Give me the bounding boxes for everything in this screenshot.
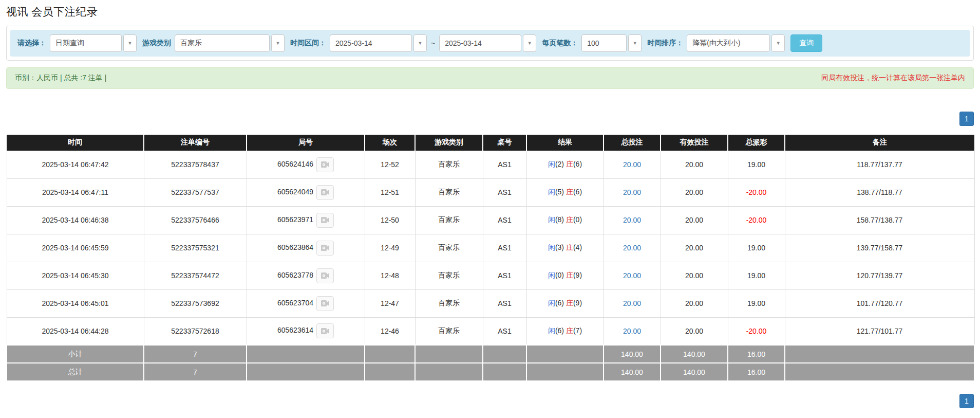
date-to-dropdown-button[interactable]: ▼ bbox=[523, 34, 536, 52]
chevron-down-icon: ▼ bbox=[776, 41, 781, 46]
query-type-label: 请选择： bbox=[17, 39, 46, 48]
cell-payout: 19.00 bbox=[728, 151, 785, 178]
cell-note: 138.77/118.77 bbox=[785, 178, 974, 206]
header-note: 备注 bbox=[785, 135, 974, 151]
cell-empty bbox=[526, 363, 604, 381]
chevron-down-icon: ▼ bbox=[418, 41, 423, 46]
chevron-down-icon: ▼ bbox=[527, 41, 532, 46]
round-number: 605623704 bbox=[277, 299, 313, 307]
cell-table-no: AS1 bbox=[483, 317, 526, 345]
cell-table-no: AS1 bbox=[483, 206, 526, 234]
result-player: 闲 bbox=[548, 243, 555, 251]
total-bet-link[interactable]: 20.00 bbox=[604, 289, 661, 317]
total-bet-link[interactable]: 20.00 bbox=[604, 151, 661, 178]
page-1-button[interactable]: 1 bbox=[959, 112, 974, 126]
query-type-select[interactable]: 日期查询 bbox=[50, 34, 122, 52]
result-banker: 庄 bbox=[566, 160, 573, 168]
date-from-control: 2025-03-14 ▼ bbox=[330, 34, 427, 52]
page-size-dropdown-button[interactable]: ▼ bbox=[628, 34, 642, 52]
video-icon[interactable] bbox=[316, 296, 334, 311]
sort-select[interactable]: 降冪(由大到小) bbox=[687, 34, 770, 52]
total-bet-link[interactable]: 20.00 bbox=[604, 262, 661, 289]
cell-empty bbox=[785, 345, 974, 363]
cell-session: 12-52 bbox=[365, 151, 415, 178]
cell-table-no: AS1 bbox=[483, 262, 526, 289]
cell-session: 12-50 bbox=[365, 206, 415, 234]
header-bet-no: 注单编号 bbox=[144, 135, 247, 151]
cell-game-type: 百家乐 bbox=[415, 151, 483, 178]
game-type-dropdown-button[interactable]: ▼ bbox=[271, 34, 285, 52]
cell-empty bbox=[365, 345, 415, 363]
cell-session: 12-49 bbox=[365, 234, 415, 262]
total-row: 总计 7 140.00 140.00 16.00 bbox=[7, 363, 974, 381]
result-banker-score: (6) bbox=[573, 188, 582, 196]
cell-payout: -20.00 bbox=[728, 178, 785, 206]
page-1-button[interactable]: 1 bbox=[959, 394, 974, 408]
total-payout: 16.00 bbox=[728, 363, 785, 381]
sort-label: 时间排序： bbox=[647, 39, 683, 48]
subtotal-count: 7 bbox=[144, 345, 247, 363]
result-banker-score: (4) bbox=[573, 243, 582, 251]
date-from-input[interactable]: 2025-03-14 bbox=[330, 34, 412, 52]
cell-note: 101.77/120.77 bbox=[785, 289, 974, 317]
cell-result: 闲(8) 庄(0) bbox=[526, 206, 604, 234]
cell-result: 闲(3) 庄(4) bbox=[526, 234, 604, 262]
cell-time: 2025-03-14 06:45:01 bbox=[7, 289, 144, 317]
header-valid-bet: 有效投注 bbox=[661, 135, 728, 151]
cell-bet-no: 522337577537 bbox=[144, 178, 247, 206]
cell-time: 2025-03-14 06:47:11 bbox=[7, 178, 144, 206]
cell-session: 12-47 bbox=[365, 289, 415, 317]
cell-time: 2025-03-14 06:45:30 bbox=[7, 262, 144, 289]
video-icon[interactable] bbox=[316, 213, 334, 228]
result-player-score: (0) bbox=[555, 271, 564, 279]
game-type-select[interactable]: 百家乐 bbox=[175, 34, 270, 52]
cell-bet-no: 522337575321 bbox=[144, 234, 247, 262]
page-title: 视讯 会员下注纪录 bbox=[6, 5, 974, 19]
cell-empty bbox=[483, 345, 526, 363]
page-size-select[interactable]: 100 bbox=[581, 34, 627, 52]
cell-table-no: AS1 bbox=[483, 289, 526, 317]
table-row: 2025-03-14 06:44:28 522337572618 6056236… bbox=[7, 317, 974, 345]
round-number: 605623778 bbox=[277, 271, 313, 279]
result-player-score: (6) bbox=[555, 326, 564, 335]
date-from-dropdown-button[interactable]: ▼ bbox=[413, 34, 427, 52]
cell-round-no: 605623704 bbox=[247, 289, 365, 317]
cell-valid-bet: 20.00 bbox=[661, 289, 728, 317]
cell-payout: -20.00 bbox=[728, 317, 785, 345]
subtotal-valid-bet: 140.00 bbox=[661, 345, 728, 363]
cell-round-no: 605624146 bbox=[247, 151, 365, 178]
search-button[interactable]: 查询 bbox=[790, 34, 822, 52]
cell-round-no: 605623778 bbox=[247, 262, 365, 289]
total-count: 7 bbox=[144, 363, 247, 381]
cell-valid-bet: 20.00 bbox=[661, 262, 728, 289]
chevron-down-icon: ▼ bbox=[128, 41, 133, 46]
cell-round-no: 605623614 bbox=[247, 317, 365, 345]
query-type-control: 日期查询 ▼ bbox=[50, 34, 137, 52]
result-banker-score: (0) bbox=[573, 215, 582, 224]
cell-payout: -20.00 bbox=[728, 206, 785, 234]
video-icon[interactable] bbox=[316, 185, 334, 200]
cell-table-no: AS1 bbox=[483, 178, 526, 206]
total-bet-link[interactable]: 20.00 bbox=[604, 206, 661, 234]
video-icon[interactable] bbox=[316, 323, 334, 338]
cell-game-type: 百家乐 bbox=[415, 178, 483, 206]
video-icon[interactable] bbox=[316, 268, 334, 283]
cell-session: 12-48 bbox=[365, 262, 415, 289]
total-label: 总计 bbox=[7, 363, 144, 381]
result-player: 闲 bbox=[548, 299, 555, 307]
round-number: 605623614 bbox=[277, 326, 313, 334]
cell-note: 120.77/139.77 bbox=[785, 262, 974, 289]
total-bet-link[interactable]: 20.00 bbox=[604, 317, 661, 345]
total-bet-link[interactable]: 20.00 bbox=[604, 234, 661, 262]
total-valid-bet: 140.00 bbox=[661, 363, 728, 381]
query-type-dropdown-button[interactable]: ▼ bbox=[123, 34, 137, 52]
sort-dropdown-button[interactable]: ▼ bbox=[771, 34, 785, 52]
video-icon[interactable] bbox=[316, 157, 334, 172]
round-number: 605623971 bbox=[277, 215, 313, 224]
header-total-bet: 总投注 bbox=[604, 135, 661, 151]
table-row: 2025-03-14 06:46:38 522337576466 6056239… bbox=[7, 206, 974, 234]
page: 视讯 会员下注纪录 请选择： 日期查询 ▼ 游戏类别 百家乐 ▼ bbox=[0, 5, 980, 408]
total-bet-link[interactable]: 20.00 bbox=[604, 178, 661, 206]
video-icon[interactable] bbox=[316, 241, 334, 256]
date-to-input[interactable]: 2025-03-14 bbox=[439, 34, 521, 52]
